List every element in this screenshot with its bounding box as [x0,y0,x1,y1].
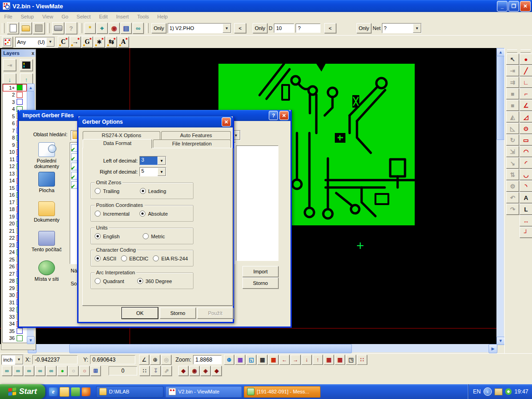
stretch-icon[interactable]: ⇗ [162,366,172,376]
new-file-button[interactable] [7,22,19,34]
shear-tool[interactable]: ◺ [506,123,519,134]
chevron-down-icon[interactable]: ▼ [46,37,54,47]
grid-red-icon[interactable]: ▦ [268,355,278,365]
layer-combobox[interactable]: 1) V2.PHO▼ [168,23,231,33]
draw-rect-tool[interactable]: ▭ [520,134,532,145]
radio-option[interactable]: 360 Degree [137,278,172,284]
radio-icon[interactable] [139,211,145,217]
zoom-in-icon[interactable]: ⊕ [224,355,234,365]
chevron-down-icon[interactable]: ▼ [223,24,231,33]
canvas-hscrollbar[interactable]: ◀ ▶ [28,344,496,352]
pan-up-icon[interactable]: ↑ [313,355,323,365]
layer-row[interactable]: 2 [3,91,27,99]
radio-icon[interactable] [140,188,146,194]
select-arrow-tool[interactable]: ↖ [506,54,519,65]
anchor-icon[interactable]: ↧ [151,366,161,376]
radio-icon[interactable] [153,255,159,261]
highlight-g-button[interactable]: G [82,36,93,48]
layer-color-swatch[interactable] [17,92,23,98]
layer-color-swatch[interactable] [17,328,23,334]
dcode-input[interactable]: 10 [274,24,294,33]
net-combobox[interactable]: ?▼ [382,23,422,33]
taskbar-task-message[interactable]: [191-482-091] - Mess... [244,386,320,398]
draw-angle-tool[interactable]: ∠ [520,100,532,111]
radio-icon[interactable] [95,278,101,284]
right-of-decimal-combobox[interactable]: 5 ▼ [139,167,166,176]
copy-items-tool[interactable]: ⇉ [506,77,519,88]
units-combobox[interactable]: inch▼ [1,355,24,365]
select-window-icon[interactable]: ◳ [346,355,356,365]
only-dcode-button[interactable]: Only [253,23,267,33]
text-tool[interactable]: A [520,192,532,203]
tray-icq-icon[interactable] [505,388,512,395]
radio-icon[interactable] [95,211,101,217]
layer-row[interactable]: 1+ [3,84,27,91]
pan-down-icon[interactable]: ↓ [302,355,312,365]
layer-color-swatch[interactable] [17,99,23,105]
place-recent-documents[interactable]: Poslední dokumenty [25,142,68,169]
layer-row[interactable]: 35 [3,327,27,335]
view-option-icon-2[interactable]: ∞ [13,366,23,376]
radio-option[interactable]: English [95,233,120,239]
width-tool[interactable]: ↔ [520,215,532,226]
menu-item[interactable]: File [0,13,17,20]
left-of-decimal-combobox[interactable]: 3 ▼ [139,156,166,165]
view-option-icon-4[interactable]: ∞ [35,366,45,376]
place-documents[interactable]: Dokumenty [25,201,68,223]
zoom-input[interactable]: 1.8868 [193,355,222,364]
apply-button[interactable]: Použít [197,308,233,319]
book-quicklaunch-icon[interactable] [71,387,80,396]
menu-item[interactable]: Go [57,13,73,20]
pattern-square-icon[interactable]: ◆ [212,366,222,376]
close-icon[interactable]: ✕ [279,111,289,120]
view-button[interactable]: ∞ [133,23,144,34]
menu-item[interactable]: Setup [17,13,38,20]
scroll-up-icon[interactable]: ▲ [496,48,505,56]
place-desktop[interactable]: Plocha [25,172,68,193]
probe-button[interactable]: ◎ [161,355,171,365]
chevron-down-icon[interactable]: ▼ [157,168,166,176]
save-file-button[interactable] [33,22,45,34]
layer-color-swatch[interactable] [17,335,23,341]
menu-item[interactable]: View [38,13,57,20]
radio-icon[interactable] [95,188,101,194]
radio-option[interactable]: EBCDIC [121,255,149,261]
move-tool[interactable]: ↘ [506,157,519,169]
filled-rect2-tool[interactable]: ■ [506,100,519,111]
chevron-down-icon[interactable]: ▼ [413,24,421,33]
draw-arc-point-tool[interactable]: ◝ [520,181,532,192]
radio-icon[interactable] [143,233,149,239]
layer-row[interactable]: 3 [3,98,27,106]
previous-layer-button[interactable]: < [234,23,246,33]
draw-pad-tool[interactable]: ● [520,54,532,65]
language-indicator[interactable]: EN [473,388,481,395]
radio-option[interactable]: Trailing [95,188,120,194]
chevron-down-icon[interactable]: ▼ [15,355,23,364]
dialog-titlebar[interactable]: Gerber Options ✕ [79,116,233,127]
hide-tray-icons-icon[interactable]: ‹ [484,387,492,396]
print-button[interactable] [52,22,64,34]
open-file-button[interactable] [20,22,32,34]
draw-corner-tool[interactable]: ⌐ [520,88,532,99]
tab-auto-features[interactable]: Auto Features [161,131,231,139]
tab-data-format[interactable]: Data Format [83,139,152,148]
help-icon[interactable]: ? [269,111,278,120]
menu-item[interactable]: Insert [112,13,133,20]
draw-line-tool[interactable]: ╱ [520,65,532,76]
close-icon[interactable]: ✕ [222,117,231,127]
radio-option[interactable]: Leading [140,188,166,194]
menu-item[interactable]: Edit [95,13,112,20]
rotate-tool[interactable]: ↻ [506,134,519,145]
pan-left-icon[interactable]: ← [279,355,290,365]
grid-move-icon[interactable]: ▦ [335,355,345,365]
draw-triangle-tool[interactable]: ◿ [520,111,532,122]
settings-tool[interactable]: ⚙ [506,181,519,192]
dot-matrix-icon[interactable]: ∷ [139,366,150,376]
highlight-a-button[interactable]: A [118,36,129,48]
layer-table-button[interactable] [20,59,33,71]
draw-polyline-tool[interactable]: ∟ [520,77,532,88]
place-my-computer[interactable]: Tento počítač [25,231,68,252]
ok-button[interactable]: OK [122,308,158,319]
highlight-star-button[interactable]: ∗ [94,36,105,48]
radio-option[interactable]: Absolute [139,211,168,217]
